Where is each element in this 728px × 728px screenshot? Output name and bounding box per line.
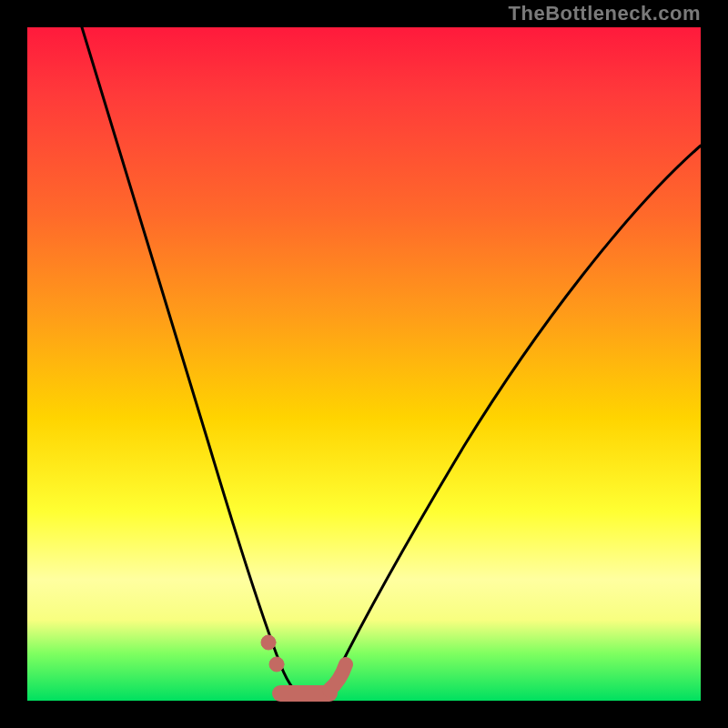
figure-container: TheBottleneck.com [0,0,728,728]
curve-layer [27,27,701,701]
attribution-label: TheBottleneck.com [509,2,701,25]
highlight-flat-region [261,635,346,693]
plot-area [27,27,701,701]
bottleneck-curve [82,27,701,696]
svg-point-0 [261,635,276,650]
svg-point-1 [269,657,284,672]
